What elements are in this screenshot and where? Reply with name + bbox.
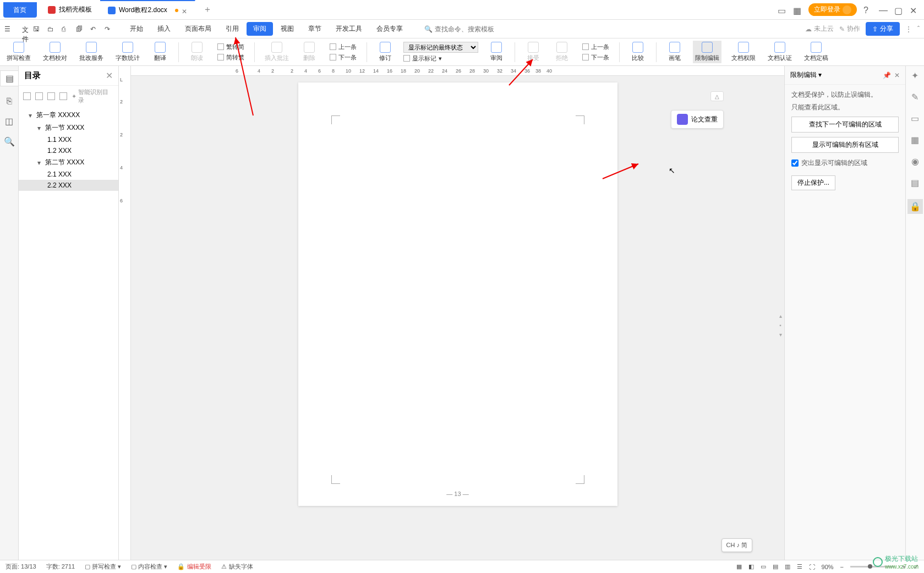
bookmark-tool-icon[interactable]: ⎘ xyxy=(7,96,12,106)
view-sidebar-icon[interactable]: ◧ xyxy=(748,563,754,570)
outline-collapse-icon[interactable] xyxy=(35,92,43,100)
print-preview-icon[interactable]: 🗐 xyxy=(76,25,84,33)
read-aloud-button[interactable]: 朗读 xyxy=(187,41,207,63)
page-area[interactable]: 6 4 2 2 4 6 8 10 12 14 16 18 20 22 24 26… xyxy=(131,66,784,560)
status-missing-font[interactable]: ⚠ 缺失字体 xyxy=(221,563,253,571)
find-tool-icon[interactable]: 🔍 xyxy=(4,136,15,147)
permissions-button[interactable]: 文档权限 xyxy=(729,41,758,63)
tree-item[interactable]: 2.1 XXX xyxy=(19,169,118,180)
tab-template[interactable]: 找稻壳模板 xyxy=(40,0,100,19)
lock-icon[interactable]: 🔒 xyxy=(907,199,923,214)
tab-review[interactable]: 审阅 xyxy=(247,22,273,36)
tab-add[interactable]: ＋ xyxy=(195,0,220,19)
window-close-icon[interactable]: ✕ xyxy=(910,5,918,14)
insert-comment-button[interactable]: 插入批注 xyxy=(263,41,291,63)
highlight-regions-checkbox[interactable]: 突出显示可编辑的区域 xyxy=(791,158,899,168)
prev-comment-button[interactable]: 上一条 xyxy=(327,42,359,52)
collapse-ribbon-icon[interactable]: ˆ xyxy=(917,25,920,33)
status-contentcheck[interactable]: ▢ 内容检查 ▾ xyxy=(131,563,167,571)
certify-button[interactable]: 文档认证 xyxy=(766,41,794,63)
maximize-icon[interactable]: ▢ xyxy=(894,5,903,14)
redo-icon[interactable]: ↷ xyxy=(105,25,112,33)
tab-start[interactable]: 开始 xyxy=(123,22,150,36)
restrict-editing-button[interactable]: 限制编辑 xyxy=(693,41,721,63)
tree-item[interactable]: 1.1 XXX xyxy=(19,134,118,145)
tab-member[interactable]: 会员专享 xyxy=(370,22,409,36)
tab-pagelayout[interactable]: 页面布局 xyxy=(178,22,218,36)
scroll-prev-icon[interactable]: ▴ xyxy=(779,313,782,319)
help-icon[interactable]: ◉ xyxy=(911,156,919,167)
proofread-button[interactable]: 文档校对 xyxy=(41,41,69,63)
tab-reference[interactable]: 引用 xyxy=(219,22,245,36)
file-menu[interactable]: 文件 xyxy=(19,25,26,33)
collab-button[interactable]: ✎协作 xyxy=(839,24,860,34)
scroll-section-icon[interactable]: ▪ xyxy=(779,322,781,328)
expand-toolbar-icon[interactable]: △ xyxy=(710,91,724,101)
undo-icon[interactable]: ↶ xyxy=(90,25,98,33)
apps-icon[interactable]: ▦ xyxy=(793,5,802,14)
pin-icon[interactable]: 📌 xyxy=(883,71,891,79)
tab-view[interactable]: 视图 xyxy=(274,22,300,36)
next-change-button[interactable]: 下一条 xyxy=(580,53,611,62)
t2s-button[interactable]: 简转繁 xyxy=(215,53,247,62)
show-all-regions-button[interactable]: 显示可编辑的所有区域 xyxy=(791,137,899,153)
outline-remove-icon[interactable] xyxy=(59,92,67,100)
close-icon[interactable]: ✕ xyxy=(182,8,187,13)
tree-item[interactable]: ▾第一节 XXXX xyxy=(19,122,118,134)
show-markup-button[interactable]: 显示标记 ▾ xyxy=(403,54,478,63)
print-icon[interactable]: ⎙ xyxy=(62,25,69,33)
view-print-icon[interactable]: ▭ xyxy=(761,563,766,570)
command-search[interactable]: 🔍 xyxy=(420,24,516,35)
view-web-icon[interactable]: ▤ xyxy=(773,563,778,570)
tree-item[interactable]: ▾第一章 XXXXX xyxy=(19,109,118,122)
markup-select[interactable]: 显示标记的最终状态 xyxy=(403,42,478,53)
prev-change-button[interactable]: 上一条 xyxy=(580,42,611,52)
status-spellcheck[interactable]: ▢ 拼写检查 ▾ xyxy=(85,563,121,571)
zoom-value[interactable]: 90% xyxy=(822,564,834,570)
spellcheck-button[interactable]: 拼写检查 xyxy=(4,41,33,63)
tree-item[interactable]: ▾第二节 XXXX xyxy=(19,156,118,169)
tab-insert[interactable]: 插入 xyxy=(151,22,177,36)
sparkle-icon[interactable]: ✦ xyxy=(911,70,918,81)
tree-item[interactable]: 1.2 XXX xyxy=(19,145,118,156)
bulk-correct-button[interactable]: 批改服务 xyxy=(77,41,106,63)
wordcount-button[interactable]: 字数统计 xyxy=(113,41,142,63)
word-count[interactable]: 字数: 2711 xyxy=(46,563,75,571)
view-read-icon[interactable]: ☰ xyxy=(797,563,802,570)
horizontal-ruler[interactable]: 6 4 2 2 4 6 8 10 12 14 16 18 20 22 24 26… xyxy=(131,66,784,76)
next-comment-button[interactable]: 下一条 xyxy=(327,53,359,62)
panel-close-icon[interactable]: ✕ xyxy=(894,71,900,79)
page-indicator[interactable]: 页面: 13/13 xyxy=(6,563,36,571)
share-button[interactable]: ⇪分享 xyxy=(866,22,900,36)
scroll-next-icon[interactable]: ▾ xyxy=(779,332,782,338)
translate-button[interactable]: 翻译 xyxy=(150,41,171,63)
select-icon[interactable]: ▭ xyxy=(911,113,919,124)
tab-home[interactable]: 首页 xyxy=(3,2,37,18)
ribbon-tool-icon[interactable]: ◫ xyxy=(5,116,13,126)
doc-icon[interactable]: ▤ xyxy=(911,178,919,188)
smart-outline-button[interactable]: ✦智能识别目录 xyxy=(72,88,114,104)
outline-expand-icon[interactable] xyxy=(23,92,31,100)
outline-add-icon[interactable] xyxy=(47,92,55,100)
tree-item[interactable]: 2.2 XXX xyxy=(19,180,118,191)
finalize-button[interactable]: 文档定稿 xyxy=(802,41,830,63)
delete-comment-button[interactable]: 删除 xyxy=(299,41,320,63)
cloud-status[interactable]: ☁未上云 xyxy=(805,24,834,34)
highlight-checkbox-input[interactable] xyxy=(791,159,799,167)
reject-button[interactable]: 拒绝 xyxy=(551,41,572,63)
clipboard-icon[interactable]: ▦ xyxy=(911,135,919,145)
stop-protection-button[interactable]: 停止保护... xyxy=(791,175,835,190)
ime-indicator[interactable]: CH ♪ 简 xyxy=(721,538,753,552)
more-icon[interactable]: ⋮ xyxy=(905,25,912,33)
layout-icon[interactable]: ▭ xyxy=(778,5,786,14)
status-restricted[interactable]: 🔒编辑受限 xyxy=(177,563,211,571)
track-changes-button[interactable]: 修订 xyxy=(375,41,396,63)
paper-check-button[interactable]: 论文查重 xyxy=(671,110,724,129)
login-button[interactable]: 立即登录 xyxy=(808,3,857,16)
tab-chapter[interactable]: 章节 xyxy=(302,22,328,36)
find-next-region-button[interactable]: 查找下一个可编辑的区域 xyxy=(791,117,899,133)
zoom-fit-icon[interactable]: ⛶ xyxy=(809,564,815,570)
view-grid-icon[interactable]: ▦ xyxy=(736,563,742,570)
outline-tool-icon[interactable]: ▤ xyxy=(0,70,18,86)
view-outline-icon[interactable]: ▥ xyxy=(785,563,790,570)
